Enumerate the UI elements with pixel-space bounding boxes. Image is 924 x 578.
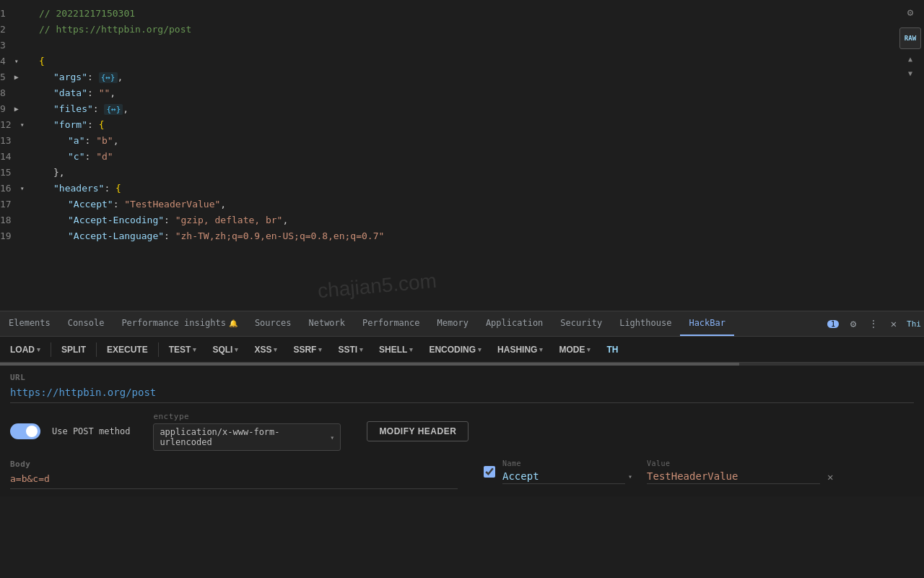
load-button[interactable]: LOAD ▾	[3, 342, 48, 358]
hashing-button[interactable]: HASHING ▾	[490, 342, 550, 358]
toolbar-scrollbar	[0, 363, 924, 366]
scroll-down-icon[interactable]: ▼	[905, 68, 915, 78]
modify-header-button[interactable]: MODIFY HEADER	[367, 421, 468, 441]
code-line-19: "Accept-Language": "zh-TW,zh;q=0.9,en-US…	[36, 228, 924, 244]
th-button[interactable]: TH	[599, 342, 625, 358]
performance-bell-icon: 🔔	[229, 319, 237, 327]
tab-elements[interactable]: Elements	[0, 311, 59, 336]
load-arrow: ▾	[37, 346, 40, 353]
bottom-row: Body Name ▾	[10, 460, 914, 489]
code-line-8: "data": "",	[36, 85, 924, 101]
code-panel-icons: ⚙ RAW ▲ ▼	[899, 4, 921, 78]
enctype-arrow-icon: ▾	[330, 434, 334, 441]
tab-performance-insights[interactable]: Performance insights 🔔	[113, 311, 246, 336]
devtools-tab-right: 1 ⚙ ⋮ ✕ Thi	[827, 311, 924, 336]
tab-sources[interactable]: Sources	[246, 311, 300, 336]
tab-console[interactable]: Console	[59, 311, 113, 336]
toolbar-scrollbar-track	[0, 363, 739, 366]
header-checkbox-wrapper	[484, 466, 495, 478]
split-button[interactable]: SPLIT	[54, 342, 93, 358]
code-line-4: {	[36, 53, 924, 69]
tab-lighthouse[interactable]: Lighthouse	[611, 311, 680, 336]
code-line-5: "args": {↔},	[36, 69, 924, 85]
header-value-input[interactable]	[647, 469, 820, 484]
options-row: Use POST method enctype application/x-ww…	[10, 412, 914, 451]
toolbar-separator-2	[96, 342, 97, 357]
encoding-button[interactable]: ENCODING ▾	[422, 342, 489, 358]
post-method-toggle[interactable]	[10, 423, 40, 439]
code-line-2: // https://httpbin.org/post	[36, 22, 924, 38]
line-numbers: 1 2 3 4▾ 5▶ 8 9▶ 12▾ 13 14 15 16▾ 17 18 …	[0, 0, 36, 311]
header-name-dropdown-icon[interactable]: ▾	[628, 473, 632, 480]
header-row: Name ▾ Value ✕	[484, 460, 834, 484]
ssrf-arrow: ▾	[318, 346, 322, 353]
header-value-wrapper: ✕	[647, 469, 834, 484]
sqli-arrow: ▾	[235, 346, 238, 353]
code-line-14: "c": "d"	[36, 149, 924, 165]
toolbar-separator-3	[158, 342, 159, 357]
body-input[interactable]	[10, 472, 458, 486]
header-name-section: Name ▾	[502, 460, 632, 484]
tab-application[interactable]: Application	[477, 311, 552, 336]
body-divider	[10, 488, 458, 489]
tab-network[interactable]: Network	[300, 311, 354, 336]
code-content: // 20221217150301 // https://httpbin.org…	[36, 0, 924, 311]
scroll-up-icon[interactable]: ▲	[905, 53, 915, 64]
raw-button[interactable]: RAW	[899, 27, 921, 49]
code-line-3	[36, 38, 924, 53]
header-checkbox[interactable]	[484, 466, 495, 478]
code-line-15: },	[36, 165, 924, 181]
tab-hackbar[interactable]: HackBar	[680, 311, 734, 336]
code-line-9: "files": {↔},	[36, 101, 924, 117]
shell-button[interactable]: SHELL ▾	[372, 342, 420, 358]
code-panel: 1 2 3 4▾ 5▶ 8 9▶ 12▾ 13 14 15 16▾ 17 18 …	[0, 0, 924, 311]
sqli-button[interactable]: SQLI ▾	[205, 342, 245, 358]
args-expand[interactable]: {↔}	[99, 72, 118, 83]
body-label: Body	[10, 460, 458, 469]
code-line-18: "Accept-Encoding": "gzip, deflate, br",	[36, 212, 924, 228]
devtools-more-icon[interactable]: ⋮	[863, 314, 884, 334]
mode-arrow: ▾	[587, 346, 590, 353]
tab-performance[interactable]: Performance	[354, 311, 428, 336]
header-name-input-wrapper: ▾	[502, 469, 632, 484]
ssti-arrow: ▾	[359, 346, 363, 353]
tab-memory[interactable]: Memory	[429, 311, 477, 336]
ssti-button[interactable]: SSTI ▾	[331, 342, 370, 358]
devtools-close-icon[interactable]: ✕	[884, 314, 904, 334]
devtools-settings-icon[interactable]: ⚙	[843, 314, 863, 334]
files-expand[interactable]: {↔}	[104, 104, 123, 115]
enctype-value: application/x-www-form-urlencoded	[160, 427, 279, 447]
shell-arrow: ▾	[409, 346, 413, 353]
enctype-select[interactable]: application/x-www-form-urlencoded ▾	[153, 423, 341, 451]
code-line-13: "a": "b",	[36, 133, 924, 149]
header-section: Name ▾ Value ✕	[484, 460, 834, 484]
url-input[interactable]	[10, 385, 914, 400]
xss-arrow: ▾	[274, 346, 277, 353]
code-line-12: "form": {	[36, 117, 924, 133]
enctype-section: enctype application/x-www-form-urlencode…	[153, 412, 341, 451]
enctype-label: enctype	[153, 412, 341, 421]
mode-button[interactable]: MODE ▾	[552, 342, 598, 358]
execute-button[interactable]: EXECUTE	[100, 342, 155, 358]
gear-icon[interactable]: ⚙	[902, 4, 918, 20]
hackbar-content: URL Use POST method enctype application/…	[0, 366, 924, 496]
toolbar-separator-1	[51, 342, 51, 357]
code-line-1: // 20221217150301	[36, 6, 924, 22]
post-method-label: Use POST method	[52, 426, 130, 436]
xss-button[interactable]: XSS ▾	[247, 342, 284, 358]
ssrf-button[interactable]: SSRF ▾	[286, 342, 329, 358]
test-button[interactable]: TEST ▾	[162, 342, 204, 358]
devtools-tab-bar: Elements Console Performance insights 🔔 …	[0, 311, 924, 337]
header-value-label: Value	[647, 460, 834, 467]
url-section: URL	[10, 373, 914, 403]
url-label: URL	[10, 373, 914, 382]
header-close-icon[interactable]: ✕	[826, 470, 834, 484]
hackbar-toolbar: LOAD ▾ SPLIT EXECUTE TEST ▾ SQLI ▾ XSS ▾…	[0, 337, 924, 363]
header-name-input[interactable]	[502, 469, 625, 484]
body-section: Body	[10, 460, 458, 489]
tab-security[interactable]: Security	[552, 311, 611, 336]
tab-badge: 1	[827, 320, 839, 328]
test-arrow: ▾	[193, 346, 196, 353]
devtools-th-label[interactable]: Thi	[904, 314, 924, 334]
code-line-17: "Accept": "TestHeaderValue",	[36, 197, 924, 212]
